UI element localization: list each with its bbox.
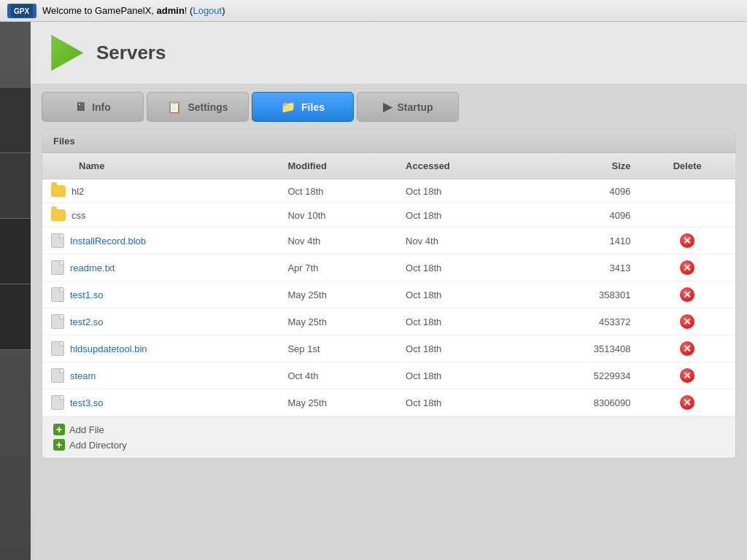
accessed-date: Nov 4th [397,228,526,254]
modified-date: May 25th [279,308,397,335]
add-file-link[interactable]: + Add File [53,424,724,435]
delete-button[interactable]: ✕ [680,260,694,275]
file-size: 1410 [526,228,640,254]
logout-link[interactable]: Logout [193,5,222,16]
delete-cell: ✕ [639,362,735,389]
file-link[interactable]: test1.so [70,289,104,300]
tab-settings[interactable]: 📋 Settings [147,92,249,122]
delete-cell: ✕ [639,254,735,281]
info-icon: 🖥 [74,101,86,114]
add-directory-label: Add Directory [69,440,127,451]
file-name-cell: hldsupdatetool.bin [42,335,279,362]
file-size: 4096 [526,179,640,203]
modified-date: Nov 4th [279,228,397,254]
accessed-date: Oct 18th [397,254,526,281]
folder-name: hl2 [71,186,84,197]
delete-cell [639,179,735,203]
file-icon [51,233,64,248]
startup-icon: ▶ [383,100,392,114]
file-table-body: hl2Oct 18thOct 18th4096cssNov 10thOct 18… [42,179,735,416]
file-size: 5229934 [526,362,640,389]
accessed-date: Oct 18th [397,308,526,335]
add-directory-link[interactable]: + Add Directory [53,439,724,451]
table-header-row: Name Modified Accessed Size Delete [42,153,735,179]
delete-cell [639,203,735,228]
delete-button[interactable]: ✕ [680,395,694,410]
col-modified: Modified [279,153,397,179]
col-name: Name [42,153,279,179]
accessed-date: Oct 18th [397,362,526,389]
file-link[interactable]: InstallRecord.blob [70,236,146,246]
file-link[interactable]: hldsupdatetool.bin [70,343,147,354]
panel-title: Files [42,130,735,153]
delete-button[interactable]: ✕ [680,287,694,302]
table-row: readme.txtApr 7thOct 18th3413✕ [42,254,735,281]
add-directory-icon: + [53,439,65,451]
modified-date: Oct 4th [279,362,397,389]
delete-cell: ✕ [639,281,735,308]
add-file-label: Add File [69,424,104,435]
file-icon [51,314,64,329]
file-size: 3413 [526,254,640,281]
file-size: 8306090 [526,389,640,416]
sidebar-block-1 [0,22,31,88]
svg-text:GPX: GPX [14,7,29,15]
sidebar [0,22,31,560]
file-link[interactable]: test3.so [70,397,104,408]
table-row: InstallRecord.blobNov 4thNov 4th1410✕ [42,228,735,254]
file-size: 453372 [526,308,640,335]
modified-date: May 25th [279,389,397,416]
sidebar-block-2 [0,88,31,153]
delete-button[interactable]: ✕ [680,233,694,248]
topbar: GPX Welcome to GamePanelX, admin! (Logou… [0,0,747,22]
accessed-date: Oct 18th [397,281,526,308]
accessed-date: Oct 18th [397,389,526,416]
table-row: test2.soMay 25thOct 18th453372✕ [42,308,735,335]
table-row: hldsupdatetool.binSep 1stOct 18th3513408… [42,335,735,362]
topbar-welcome: Welcome to GamePanelX, admin! (Logout) [42,5,225,16]
accessed-date: Oct 18th [397,203,526,228]
delete-cell: ✕ [639,389,735,416]
modified-date: Oct 18th [279,179,397,203]
file-link[interactable]: steam [70,370,96,381]
delete-cell: ✕ [639,335,735,362]
add-file-icon: + [53,424,65,435]
tab-info[interactable]: 🖥 Info [42,92,144,122]
file-size: 4096 [526,203,640,228]
modified-date: Apr 7th [279,254,397,281]
folder-icon [51,209,66,221]
file-icon [51,287,64,302]
files-icon: 📁 [281,100,295,114]
folder-icon [51,185,66,197]
accessed-date: Oct 18th [397,179,526,203]
table-row: steamOct 4thOct 18th5229934✕ [42,362,735,389]
logo: GPX [7,4,36,18]
col-delete: Delete [639,153,735,179]
sidebar-block-3 [0,153,31,219]
file-size: 3513408 [526,335,640,362]
delete-button[interactable]: ✕ [680,314,694,329]
play-icon [45,33,85,73]
accessed-date: Oct 18th [397,335,526,362]
delete-button[interactable]: ✕ [680,368,694,383]
tab-startup[interactable]: ▶ Startup [357,92,459,122]
file-name-cell: steam [42,362,279,389]
username-label: admin [157,5,185,16]
file-link[interactable]: test2.so [70,316,104,327]
file-icon [51,395,64,410]
modified-date: May 25th [279,281,397,308]
file-name-cell: test2.so [42,308,279,335]
file-link[interactable]: readme.txt [70,262,115,273]
modified-date: Nov 10th [279,203,397,228]
table-row: cssNov 10thOct 18th4096 [42,203,735,228]
sidebar-block-5 [0,284,31,350]
delete-button[interactable]: ✕ [680,341,694,356]
tab-bar: 🖥 Info 📋 Settings 📁 Files ▶ Startup [31,85,747,129]
table-row: hl2Oct 18thOct 18th4096 [42,179,735,203]
page-header: Servers [31,22,747,85]
file-name-cell: hl2 [42,179,279,203]
settings-icon: 📋 [167,100,182,114]
tab-files[interactable]: 📁 Files [252,92,354,122]
file-name-cell: test3.so [42,389,279,416]
files-panel: Files Name Modified Accessed Size Delete… [42,129,736,459]
